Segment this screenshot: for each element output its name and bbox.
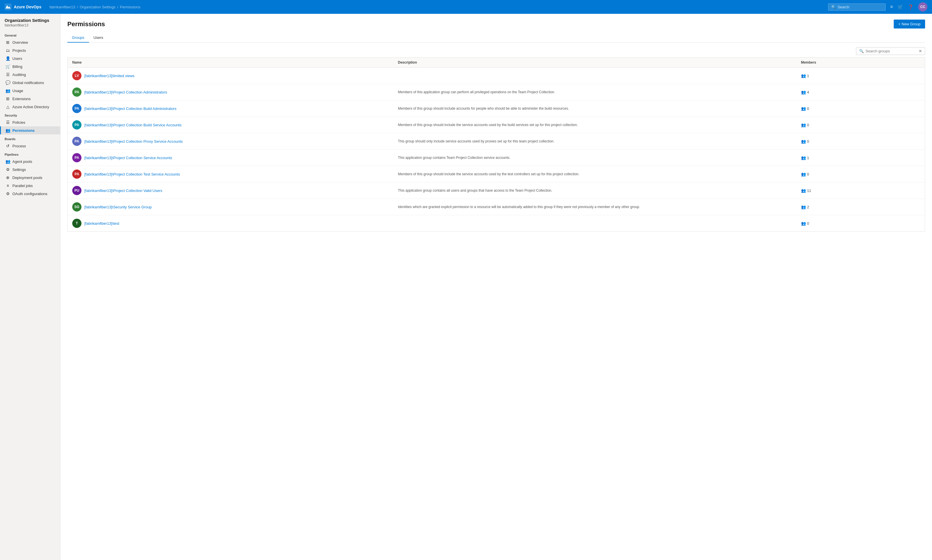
sidebar-item-label-billing: Billing [12, 65, 22, 69]
sidebar-item-users[interactable]: 👤Users [0, 54, 60, 62]
table-row: PA [fabrikamfiber13]\Project Collection … [68, 133, 925, 150]
table-row: LV [fabrikamfiber13]\limited views 👥1 [68, 68, 925, 84]
policies-icon: ☰ [5, 120, 10, 125]
sidebar-item-permissions[interactable]: 👥Permissions [0, 126, 60, 134]
sidebar-item-label-users: Users [12, 56, 22, 61]
sidebar-section-boards: Boards [0, 134, 60, 142]
sidebar-item-extensions[interactable]: ⊞Extensions [0, 95, 60, 103]
group-name-link-6[interactable]: [fabrikamfiber13]\Project Collection Tes… [85, 172, 180, 176]
breadcrumb-org[interactable]: fabrikamfiber13 [49, 5, 75, 9]
sidebar-item-auditing[interactable]: ☰Auditing [0, 71, 60, 78]
group-name-link-9[interactable]: [fabrikamfiber13]\test [85, 221, 119, 226]
breadcrumb-settings[interactable]: Organization Settings [80, 5, 115, 9]
extensions-icon: ⊞ [5, 96, 10, 101]
sidebar-item-agent-pools[interactable]: 👥Agent pools [0, 157, 60, 165]
table-row: PA [fabrikamfiber13]\Project Collection … [68, 150, 925, 166]
sidebar-org-sub: fabrikamfiber13 [0, 23, 60, 31]
desc-cell-5: This application group contains Team Pro… [394, 150, 797, 166]
permissions-icon: 👥 [5, 128, 10, 133]
sidebar-item-settings-pipeline[interactable]: ⚙Settings [0, 165, 60, 174]
members-cell-2: 👥0 [797, 100, 925, 117]
global-search[interactable]: 🔍 Search [828, 3, 886, 11]
sidebar-item-label-oauth-configurations: OAuth configurations [12, 192, 47, 196]
members-cell-4: 👥0 [797, 133, 925, 150]
sidebar-item-label-parallel-jobs: Parallel jobs [12, 184, 33, 188]
members-cell-7: 👥11 [797, 182, 925, 199]
sidebar-item-global-notifications[interactable]: 💬Global notifications [0, 78, 60, 87]
new-group-button[interactable]: + New Group [894, 20, 925, 28]
parallel-jobs-icon: ≡ [5, 183, 10, 188]
group-name-link-8[interactable]: [fabrikamfiber13]\Security Service Group [85, 205, 152, 209]
main-content: Permissions + New Group GroupsUsers 🔍 ✕ … [60, 14, 932, 560]
main-layout: Organization Settings fabrikamfiber13 Ge… [0, 14, 932, 560]
sidebar-item-deployment-pools[interactable]: ⊕Deployment pools [0, 174, 60, 182]
oauth-configurations-icon: ⚙ [5, 191, 10, 196]
usage-icon: 👥 [5, 88, 10, 93]
sidebar-section-security: Security [0, 111, 60, 118]
list-icon[interactable]: ≡ [890, 4, 893, 9]
members-cell-9: 👥0 [797, 215, 925, 232]
members-icon-9: 👥 [801, 221, 806, 226]
group-name-link-3[interactable]: [fabrikamfiber13]\Project Collection Bui… [85, 123, 181, 127]
breadcrumb-permissions[interactable]: Permissions [120, 5, 140, 9]
members-count-4: 0 [807, 139, 809, 144]
tab-groups[interactable]: Groups [67, 33, 89, 43]
search-bar[interactable]: 🔍 ✕ [856, 47, 925, 55]
sidebar-item-projects[interactable]: 🗂Projects [0, 46, 60, 54]
members-icon-2: 👥 [801, 106, 806, 111]
sidebar-item-policies[interactable]: ☰Policies [0, 118, 60, 126]
table-row: PU [fabrikamfiber13]\Project Collection … [68, 182, 925, 199]
members-cell-1: 👥4 [797, 84, 925, 100]
sidebar-item-oauth-configurations[interactable]: ⚙OAuth configurations [0, 190, 60, 198]
table-row: PA [fabrikamfiber13]\Project Collection … [68, 166, 925, 182]
sidebar-item-azure-active-directory[interactable]: △Azure Active Directory [0, 103, 60, 111]
sidebar: Organization Settings fabrikamfiber13 Ge… [0, 14, 60, 560]
help-icon[interactable]: ❓ [908, 4, 914, 10]
top-nav: Azure DevOps fabrikamfiber13 / Organizat… [0, 0, 932, 14]
shopping-cart-icon[interactable]: 🛒 [897, 4, 903, 10]
sidebar-item-overview[interactable]: ⊞Overview [0, 38, 60, 46]
group-avatar-2: PA [72, 104, 82, 113]
sidebar-item-billing[interactable]: 🛒Billing [0, 62, 60, 71]
sidebar-item-parallel-jobs[interactable]: ≡Parallel jobs [0, 182, 60, 190]
search-bar-icon: 🔍 [859, 49, 864, 53]
table-row: PA [fabrikamfiber13]\Project Collection … [68, 100, 925, 117]
members-icon-7: 👥 [801, 188, 806, 193]
sidebar-org-title: Organization Settings [0, 14, 60, 23]
group-avatar-3: PA [72, 120, 82, 129]
name-cell-4: PA [fabrikamfiber13]\Project Collection … [68, 133, 394, 150]
name-cell-9: T [fabrikamfiber13]\test [68, 215, 394, 232]
sidebar-item-process[interactable]: ↺Process [0, 142, 60, 150]
sidebar-item-label-process: Process [12, 144, 26, 148]
sidebar-item-label-auditing: Auditing [12, 72, 26, 77]
group-avatar-9: T [72, 219, 82, 228]
desc-cell-0 [394, 68, 797, 84]
search-bar-row: 🔍 ✕ [67, 47, 925, 55]
top-nav-right: 🔍 Search ≡ 🛒 ❓ CC [828, 2, 927, 12]
tab-users[interactable]: Users [89, 33, 108, 43]
sidebar-item-label-extensions: Extensions [12, 97, 31, 101]
sidebar-item-label-overview: Overview [12, 40, 28, 45]
desc-cell-4: This group should only include service a… [394, 133, 797, 150]
sidebar-item-label-policies: Policies [12, 120, 25, 125]
group-name-link-7[interactable]: [fabrikamfiber13]\Project Collection Val… [85, 188, 162, 193]
group-name-link-5[interactable]: [fabrikamfiber13]\Project Collection Ser… [85, 156, 172, 160]
members-count-5: 1 [807, 156, 809, 160]
members-count-6: 0 [807, 172, 809, 176]
group-name-link-0[interactable]: [fabrikamfiber13]\limited views [85, 74, 134, 78]
members-icon-0: 👥 [801, 73, 806, 78]
name-cell-1: PA [fabrikamfiber13]\Project Collection … [68, 84, 394, 100]
group-avatar-6: PA [72, 169, 82, 179]
group-name-link-2[interactable]: [fabrikamfiber13]\Project Collection Bui… [85, 106, 177, 111]
search-groups-input[interactable] [866, 49, 917, 53]
sidebar-item-usage[interactable]: 👥Usage [0, 87, 60, 95]
app-logo[interactable]: Azure DevOps [5, 3, 42, 10]
tabs: GroupsUsers [67, 33, 925, 43]
avatar[interactable]: CC [918, 2, 927, 12]
group-name-link-1[interactable]: [fabrikamfiber13]\Project Collection Adm… [85, 90, 167, 94]
desc-cell-3: Members of this group should include the… [394, 117, 797, 133]
group-name-link-4[interactable]: [fabrikamfiber13]\Project Collection Pro… [85, 139, 183, 144]
search-clear-icon[interactable]: ✕ [919, 49, 922, 53]
desc-cell-6: Members of this group should include the… [394, 166, 797, 182]
group-avatar-1: PA [72, 88, 82, 97]
